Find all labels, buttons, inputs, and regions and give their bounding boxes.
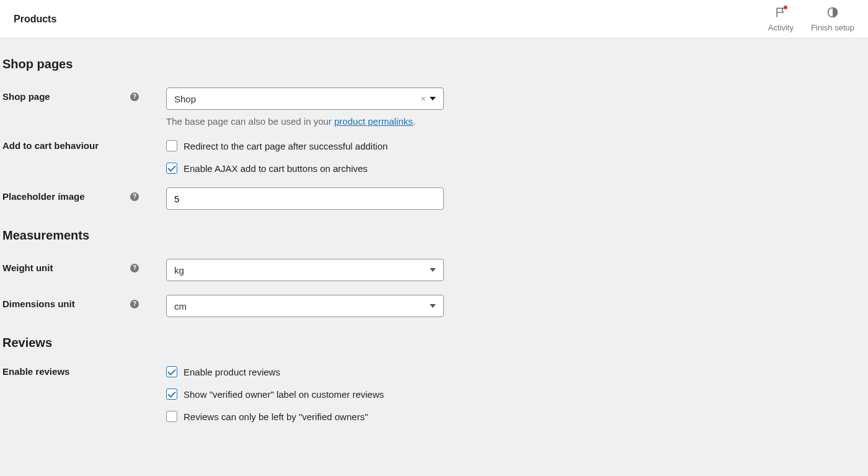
shop-page-control-col: Shop × The base page can also be used in… bbox=[148, 88, 444, 127]
circle-half-icon bbox=[826, 6, 839, 20]
enable-reviews-label-group: Enable reviews bbox=[2, 366, 148, 377]
dimensions-unit-select[interactable]: cm bbox=[166, 295, 444, 317]
verified-owner-label-checkbox[interactable] bbox=[166, 388, 177, 400]
chevron-down-icon[interactable] bbox=[430, 97, 436, 101]
weight-control-col: kg bbox=[148, 259, 444, 281]
finish-setup-button[interactable]: Finish setup bbox=[811, 6, 854, 32]
placeholder-image-label-group: Placeholder image ? bbox=[2, 187, 148, 202]
dimensions-control: cm bbox=[166, 295, 444, 317]
verified-only-label: Reviews can only be left by "verified ow… bbox=[184, 411, 368, 422]
select-actions: × bbox=[421, 94, 436, 104]
enable-reviews-controls: Enable product reviews Show "verified ow… bbox=[148, 366, 384, 422]
enable-product-reviews-row[interactable]: Enable product reviews bbox=[166, 366, 384, 377]
weight-unit-select[interactable]: kg bbox=[166, 259, 444, 281]
placeholder-control-col bbox=[148, 187, 444, 210]
section-reviews: Reviews bbox=[2, 336, 866, 350]
page-title: Products bbox=[14, 14, 56, 25]
row-dimensions-unit: Dimensions unit ? cm bbox=[2, 295, 866, 317]
activity-label: Activity bbox=[768, 23, 794, 32]
section-shop-pages: Shop pages bbox=[2, 57, 866, 71]
enable-product-reviews-label: Enable product reviews bbox=[184, 367, 280, 377]
add-to-cart-controls: Redirect to the cart page after successf… bbox=[148, 140, 388, 174]
row-weight-unit: Weight unit ? kg bbox=[2, 259, 866, 281]
topbar: Products Activity Finish setup bbox=[0, 0, 868, 38]
activity-button[interactable]: Activity bbox=[768, 6, 794, 32]
flag-icon bbox=[774, 6, 787, 20]
shop-page-label: Shop page bbox=[2, 91, 50, 102]
shop-page-value: Shop bbox=[174, 94, 196, 104]
product-permalinks-link[interactable]: product permalinks bbox=[334, 116, 413, 127]
weight-unit-label-group: Weight unit ? bbox=[2, 259, 148, 273]
dimensions-unit-label: Dimensions unit bbox=[2, 299, 75, 309]
verified-only-checkbox[interactable] bbox=[166, 411, 177, 422]
placeholder-image-input-wrapper bbox=[166, 187, 444, 210]
redirect-label: Redirect to the cart page after successf… bbox=[184, 141, 388, 151]
help-icon[interactable]: ? bbox=[130, 92, 139, 101]
chevron-down-icon bbox=[430, 268, 436, 272]
settings-content: Shop pages Shop page ? Shop × The base p… bbox=[0, 38, 868, 460]
ajax-checkbox[interactable] bbox=[166, 163, 177, 174]
finish-setup-label: Finish setup bbox=[811, 23, 854, 32]
row-shop-page: Shop page ? Shop × The base page can als… bbox=[2, 88, 866, 127]
chevron-down-icon bbox=[430, 304, 436, 308]
enable-reviews-label: Enable reviews bbox=[2, 366, 69, 377]
enable-product-reviews-checkbox[interactable] bbox=[166, 366, 177, 377]
shop-page-label-group: Shop page ? bbox=[2, 88, 148, 102]
redirect-checkbox-row[interactable]: Redirect to the cart page after successf… bbox=[166, 140, 388, 151]
weight-unit-value: kg bbox=[174, 265, 184, 276]
ajax-label: Enable AJAX add to cart buttons on archi… bbox=[184, 163, 368, 174]
topbar-actions: Activity Finish setup bbox=[768, 6, 854, 32]
help-icon[interactable]: ? bbox=[130, 192, 139, 201]
verified-owner-label-text: Show "verified owner" label on customer … bbox=[184, 389, 384, 400]
shop-page-hint: The base page can also be used in your p… bbox=[166, 116, 444, 127]
row-add-to-cart: Add to cart behaviour Redirect to the ca… bbox=[2, 140, 866, 174]
add-to-cart-label: Add to cart behaviour bbox=[2, 140, 99, 151]
add-to-cart-label-group: Add to cart behaviour bbox=[2, 140, 148, 151]
weight-control: kg bbox=[166, 259, 444, 281]
ajax-checkbox-row[interactable]: Enable AJAX add to cart buttons on archi… bbox=[166, 163, 388, 174]
dimensions-control-col: cm bbox=[148, 295, 444, 317]
verified-only-row[interactable]: Reviews can only be left by "verified ow… bbox=[166, 411, 384, 422]
help-icon[interactable]: ? bbox=[130, 300, 139, 308]
shop-page-select[interactable]: Shop × bbox=[166, 88, 444, 110]
row-enable-reviews: Enable reviews Enable product reviews Sh… bbox=[2, 366, 866, 422]
row-placeholder-image: Placeholder image ? bbox=[2, 187, 866, 210]
redirect-checkbox[interactable] bbox=[166, 140, 177, 151]
shop-page-control: Shop × The base page can also be used in… bbox=[166, 88, 444, 127]
weight-unit-label: Weight unit bbox=[2, 263, 53, 273]
dimensions-unit-label-group: Dimensions unit ? bbox=[2, 295, 148, 309]
placeholder-control bbox=[166, 187, 444, 210]
section-measurements: Measurements bbox=[2, 228, 866, 243]
verified-owner-label-row[interactable]: Show "verified owner" label on customer … bbox=[166, 388, 384, 400]
clear-icon[interactable]: × bbox=[421, 94, 426, 104]
placeholder-image-input[interactable] bbox=[174, 194, 436, 204]
hint-prefix: The base page can also be used in your bbox=[166, 116, 334, 127]
hint-suffix: . bbox=[413, 116, 415, 127]
dimensions-unit-value: cm bbox=[174, 301, 187, 312]
notification-dot-icon bbox=[784, 6, 787, 9]
help-icon[interactable]: ? bbox=[130, 264, 139, 272]
placeholder-image-label: Placeholder image bbox=[2, 191, 85, 202]
